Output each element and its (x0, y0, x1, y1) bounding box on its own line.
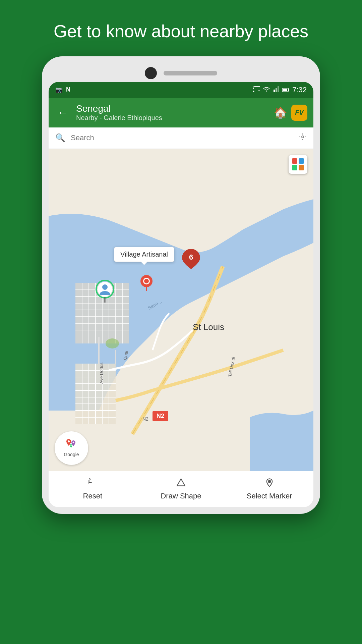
bottom-toolbar: Reset Draw Shape Select Marker (49, 471, 313, 507)
map-layers-button[interactable] (289, 155, 307, 174)
draw-shape-button[interactable]: Draw Shape (137, 471, 225, 507)
user-location-marker[interactable] (95, 280, 115, 304)
select-marker-label: Select Marker (247, 492, 292, 500)
map-background: N2 St Louis Ave Dodds Quai Sene... Tali … (49, 149, 313, 471)
phone-camera (145, 67, 157, 79)
phone-frame: 📷 N (42, 56, 320, 514)
svg-point-55 (70, 444, 72, 446)
phone-speaker (164, 71, 217, 75)
wifi-icon (263, 86, 270, 94)
status-left-icons: 📷 N (55, 86, 70, 94)
app-title: Senegal (76, 103, 268, 114)
search-input[interactable] (71, 133, 293, 142)
svg-point-54 (73, 441, 74, 443)
search-icon: 🔍 (55, 133, 65, 143)
page-header: Get to know about nearby places (27, 0, 335, 56)
status-bar: 📷 N (49, 82, 313, 98)
svg-text:6: 6 (189, 253, 193, 261)
draw-shape-label: Draw Shape (161, 492, 201, 500)
phone-notch (49, 63, 313, 82)
svg-rect-2 (276, 88, 277, 92)
svg-text:St Louis: St Louis (193, 322, 224, 332)
app-bar-actions: 🏠 FV (274, 105, 307, 121)
svg-rect-3 (274, 90, 275, 92)
svg-text:Ave Dodds: Ave Dodds (99, 362, 104, 384)
svg-point-57 (268, 480, 270, 483)
status-time: 7:32 (292, 86, 307, 94)
cast-icon (253, 86, 260, 94)
select-marker-icon (265, 478, 274, 490)
draw-shape-icon (176, 478, 186, 490)
svg-point-52 (102, 284, 108, 290)
reset-label: Reset (83, 492, 102, 500)
signal-icon (273, 86, 280, 94)
app-subtitle: Nearby - Galerie Ethiopiques (76, 114, 268, 122)
map-area[interactable]: N2 St Louis Ave Dodds Quai Sene... Tali … (49, 149, 313, 471)
n-status-icon: N (66, 86, 70, 93)
red-pin-marker[interactable] (140, 275, 153, 292)
battery-icon (282, 86, 290, 94)
fv-badge[interactable]: FV (291, 105, 307, 121)
svg-point-49 (144, 279, 149, 283)
select-marker-button[interactable]: Select Marker (225, 471, 313, 507)
reset-icon (88, 478, 97, 490)
svg-text:N2: N2 (142, 416, 148, 422)
svg-point-40 (106, 338, 119, 348)
app-bar: ← Senegal Nearby - Galerie Ethiopiques 🏠… (49, 98, 313, 127)
search-bar: 🔍 (49, 127, 313, 149)
back-button[interactable]: ← (55, 104, 71, 121)
home-button[interactable]: 🏠 (274, 106, 287, 119)
status-right-icons: 7:32 (253, 86, 307, 94)
app-bar-title: Senegal Nearby - Galerie Ethiopiques (76, 103, 268, 122)
camera-status-icon: 📷 (55, 86, 63, 94)
svg-rect-5 (283, 89, 287, 91)
svg-rect-0 (253, 91, 254, 92)
svg-point-6 (302, 136, 304, 138)
village-tooltip: Village Artisanal (114, 247, 174, 262)
n2-road-badge: N2 (153, 411, 168, 421)
phone-screen: 📷 N (49, 82, 313, 507)
reset-button[interactable]: Reset (49, 471, 137, 507)
phone-wrapper: 📷 N (37, 56, 325, 644)
cluster-marker[interactable]: 6 (182, 249, 200, 270)
google-logo: Google (55, 431, 88, 465)
svg-point-53 (68, 440, 70, 442)
svg-rect-1 (278, 86, 279, 92)
svg-marker-56 (177, 479, 185, 486)
location-icon[interactable] (299, 133, 307, 143)
